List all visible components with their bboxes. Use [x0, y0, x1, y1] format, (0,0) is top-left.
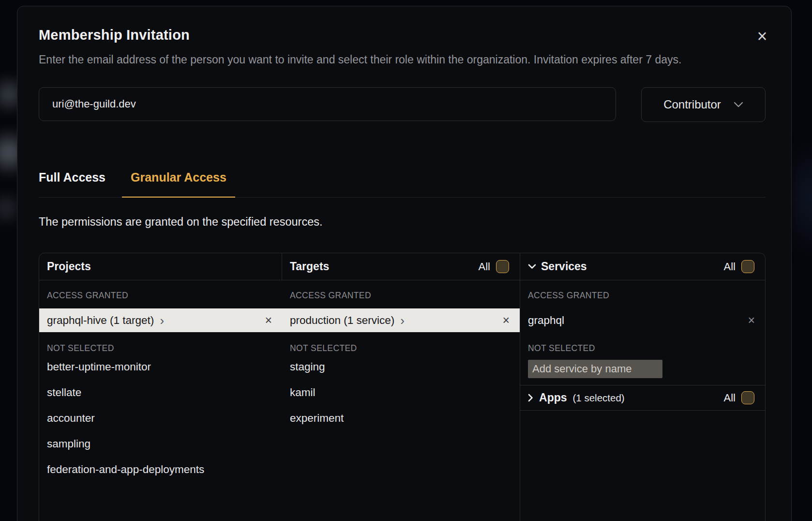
- column-header-services: Services All: [520, 253, 765, 280]
- apps-all-label: All: [724, 392, 736, 404]
- services-column: ACCESS GRANTED graphql × NOT SELECTED Ap…: [520, 280, 765, 521]
- granted-project-row[interactable]: graphql-hive (1 target) › ×: [39, 308, 282, 332]
- access-tabs: Full Access Granular Access: [39, 170, 766, 198]
- column-header-targets: Targets All: [282, 253, 520, 280]
- targets-header-label: Targets: [290, 260, 329, 273]
- targets-all-toggle: All: [479, 260, 509, 273]
- services-all-checkbox[interactable]: [741, 260, 754, 273]
- access-granted-label: ACCESS GRANTED: [520, 280, 765, 301]
- apps-label[interactable]: Apps: [539, 391, 567, 404]
- invite-email-input[interactable]: [39, 87, 616, 121]
- granted-target-label: production (1 service): [290, 314, 394, 327]
- project-item[interactable]: sampling: [39, 431, 282, 457]
- apps-selected-count: (1 selected): [573, 392, 625, 404]
- project-item[interactable]: better-uptime-monitor: [39, 354, 282, 380]
- backdrop-blur-artifact: [795, 116, 812, 281]
- project-item[interactable]: accounter: [39, 406, 282, 431]
- projects-column: ACCESS GRANTED graphql-hive (1 target) ›…: [39, 280, 282, 521]
- granted-service-row[interactable]: graphql ×: [520, 308, 765, 332]
- granted-project-label: graphql-hive (1 target): [47, 314, 154, 327]
- membership-invitation-dialog: × Membership Invitation Enter the email …: [17, 6, 792, 521]
- not-selected-label: NOT SELECTED: [282, 332, 520, 354]
- role-select-value: Contributor: [663, 98, 721, 111]
- targets-all-checkbox[interactable]: [496, 260, 509, 273]
- projects-header-label: Projects: [47, 260, 91, 273]
- resources-table: Projects Targets All Services All ACCESS…: [39, 253, 766, 521]
- services-all-label: All: [724, 260, 736, 273]
- project-item[interactable]: stellate: [39, 380, 282, 405]
- access-granted-label: ACCESS GRANTED: [39, 280, 282, 301]
- chevron-right-icon[interactable]: ›: [160, 314, 164, 327]
- target-item[interactable]: kamil: [282, 380, 520, 405]
- chevron-down-icon[interactable]: [528, 264, 536, 269]
- granted-target-row[interactable]: production (1 service) › ×: [282, 308, 520, 332]
- role-select[interactable]: Contributor: [641, 87, 766, 122]
- dialog-title: Membership Invitation: [39, 27, 766, 43]
- granted-service-label: graphql: [528, 314, 564, 327]
- services-all-toggle: All: [724, 260, 754, 273]
- not-selected-label: NOT SELECTED: [520, 332, 765, 354]
- apps-section-row: Apps (1 selected) All: [520, 385, 765, 411]
- targets-all-label: All: [479, 260, 490, 273]
- close-icon[interactable]: ×: [752, 26, 773, 47]
- chevron-right-icon[interactable]: ›: [400, 314, 405, 327]
- apps-all-toggle: All: [724, 391, 754, 404]
- tab-full-access[interactable]: Full Access: [39, 170, 105, 198]
- tab-granular-access[interactable]: Granular Access: [122, 170, 235, 198]
- remove-icon[interactable]: ×: [265, 314, 272, 326]
- invite-row: Contributor: [39, 87, 766, 122]
- add-service-input[interactable]: [528, 360, 662, 378]
- column-header-projects: Projects: [39, 253, 282, 280]
- apps-all-checkbox[interactable]: [741, 391, 754, 404]
- remove-icon[interactable]: ×: [502, 314, 510, 326]
- chevron-right-icon[interactable]: [528, 394, 533, 402]
- dialog-description: Enter the email address of the person yo…: [39, 51, 732, 69]
- chevron-down-icon: [734, 102, 743, 107]
- permissions-note: The permissions are granted on the speci…: [39, 215, 766, 229]
- targets-column: ACCESS GRANTED production (1 service) › …: [282, 280, 520, 521]
- target-item[interactable]: experiment: [282, 406, 520, 431]
- target-item[interactable]: staging: [282, 354, 520, 380]
- not-selected-label: NOT SELECTED: [39, 332, 282, 354]
- access-granted-label: ACCESS GRANTED: [282, 280, 520, 301]
- project-item[interactable]: federation-and-app-deployments: [39, 457, 282, 482]
- services-header-label: Services: [541, 260, 587, 273]
- remove-icon[interactable]: ×: [748, 314, 755, 326]
